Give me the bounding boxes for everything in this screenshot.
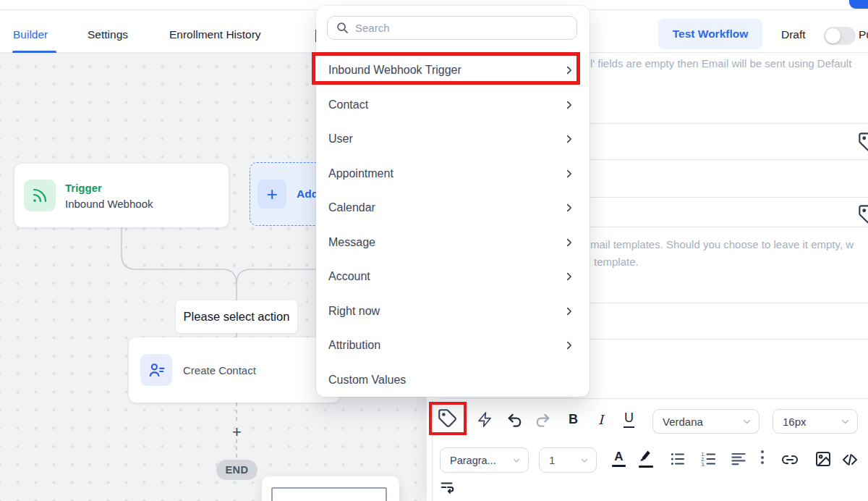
workflow-builder-screen: Trigger Inbound Webhook + Add Please sel… — [0, 0, 868, 501]
font-family-select[interactable]: Verdana — [652, 409, 760, 434]
chevron-right-icon — [564, 100, 574, 110]
line-height-select[interactable]: 1 — [539, 447, 597, 473]
menu-item-account[interactable]: Account — [316, 260, 590, 295]
create-contact-label: Create Contact — [183, 364, 256, 376]
paragraph-style-select[interactable]: Paragra... — [440, 447, 529, 473]
chevron-right-icon — [564, 306, 574, 316]
webhook-rss-icon — [24, 180, 56, 211]
highlight-underline-bar — [639, 466, 653, 468]
menu-item-custom-values[interactable]: Custom Values — [316, 363, 590, 397]
lightning-icon[interactable] — [477, 411, 493, 428]
link-icon[interactable] — [781, 451, 799, 468]
menu-item-contact[interactable]: Contact — [316, 88, 590, 122]
helper-text-mid-2: template. — [594, 256, 639, 268]
chevron-right-icon — [564, 340, 574, 350]
chevron-right-icon — [564, 203, 574, 213]
tag-merge-field-icon[interactable] — [438, 408, 457, 428]
trigger-node-card[interactable]: Trigger Inbound Webhook — [14, 164, 229, 227]
create-contact-card[interactable]: Create Contact — [129, 337, 340, 403]
draft-label: Draft — [781, 28, 806, 41]
align-icon[interactable] — [731, 451, 746, 467]
bullet-list-icon[interactable] — [670, 451, 686, 467]
code-icon[interactable] — [841, 451, 859, 468]
helper-text-top: l' fields are empty then Email will be s… — [590, 57, 851, 70]
menu-item-inbound-webhook-trigger[interactable]: Inbound Webhook Trigger — [316, 54, 590, 88]
topbar-blue-button-fragment[interactable] — [849, 0, 868, 9]
test-workflow-button[interactable]: Test Workflow — [658, 19, 762, 49]
tab-settings[interactable]: Settings — [88, 28, 128, 41]
bold-button[interactable]: B — [569, 412, 578, 427]
menu-item-right-now[interactable]: Right now — [316, 294, 590, 329]
chevron-right-icon — [564, 134, 574, 144]
search-box[interactable] — [327, 16, 577, 40]
chevron-right-icon — [564, 271, 574, 282]
chevron-down-icon — [512, 456, 521, 465]
tab-enrollment-history[interactable]: Enrollment History — [169, 28, 261, 41]
svg-text:1.: 1. — [702, 452, 706, 457]
menu-item-attribution[interactable]: Attribution — [316, 329, 590, 363]
undo-icon[interactable] — [506, 412, 523, 429]
bottom-popup-input[interactable] — [271, 487, 387, 501]
chevron-right-icon — [564, 65, 574, 75]
plus-icon: + — [258, 180, 286, 209]
menu-item-user[interactable]: User — [316, 122, 590, 157]
helper-text-mid-1: mail templates. Should you choose to lea… — [590, 238, 854, 250]
publish-label-partial: Pu — [859, 28, 868, 41]
menu-item-message[interactable]: Message — [316, 225, 590, 260]
chevron-down-icon — [580, 456, 589, 465]
tab-builder[interactable]: Builder — [13, 28, 48, 41]
add-step-plus[interactable]: + — [229, 423, 244, 441]
editor-top-border — [441, 398, 868, 399]
italic-button[interactable]: I — [598, 412, 603, 427]
end-badge: END — [216, 460, 258, 480]
color-underline-bar — [612, 465, 626, 467]
field-tag-icon[interactable] — [858, 204, 868, 224]
chevron-down-icon — [742, 417, 752, 426]
trigger-title: Trigger — [65, 182, 153, 194]
image-icon[interactable] — [814, 450, 832, 468]
toggle-knob — [825, 28, 841, 43]
svg-text:3.: 3. — [702, 462, 706, 467]
more-options-icon[interactable] — [759, 450, 766, 464]
trigger-subtitle: Inbound Webhook — [65, 198, 153, 210]
menu-item-calendar[interactable]: Calendar — [316, 191, 590, 226]
menu-item-appointment[interactable]: Appointment — [316, 156, 590, 191]
search-icon — [336, 22, 349, 34]
numbered-list-icon[interactable]: 1. 2. 3. — [701, 451, 717, 467]
text-color-button[interactable]: A — [612, 450, 626, 467]
publish-toggle[interactable] — [824, 27, 856, 45]
bottom-popup-card — [262, 476, 399, 501]
svg-text:2.: 2. — [702, 457, 706, 462]
font-size-select[interactable]: 16px — [773, 409, 858, 434]
active-tab-underline — [12, 51, 56, 53]
chevron-right-icon — [564, 237, 574, 248]
underline-button[interactable]: U — [624, 411, 634, 428]
editor-left-border — [432, 399, 433, 501]
highlight-color-button[interactable] — [639, 449, 653, 468]
action-select-dropdown: Inbound Webhook Trigger Contact User App… — [316, 6, 590, 397]
field-tag-icon[interactable] — [858, 132, 868, 152]
select-action-label: Please select action — [176, 300, 297, 333]
text-wrap-icon[interactable] — [440, 479, 456, 495]
contact-person-icon — [140, 354, 172, 386]
search-input[interactable] — [355, 22, 576, 34]
chevron-down-icon — [841, 417, 850, 426]
chevron-right-icon — [564, 169, 574, 179]
add-label: Add — [297, 188, 318, 201]
redo-icon[interactable] — [535, 412, 551, 429]
